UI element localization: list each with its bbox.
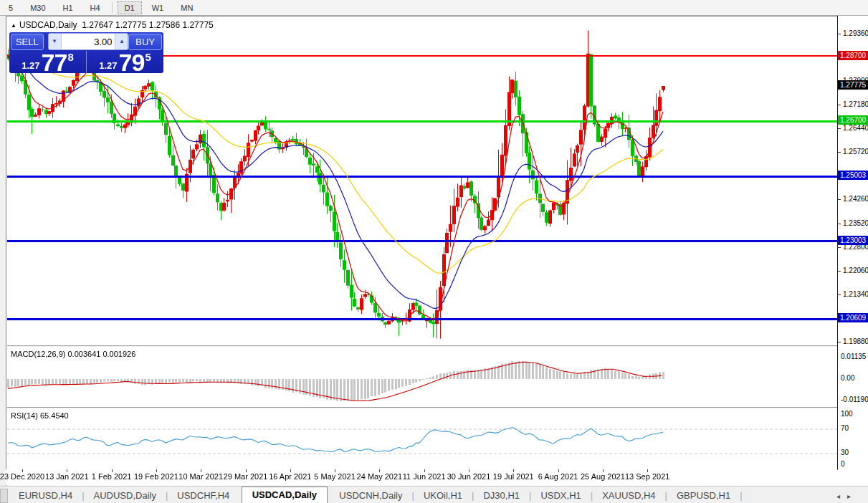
date-axis[interactable]: 23 Dec 202013 Jan 20211 Feb 202119 Feb 2…	[6, 469, 837, 485]
buy-price-area[interactable]: 1.27 79 5	[86, 51, 163, 73]
timeframe-toolbar: 5M30H1H4D1W1MN	[0, 0, 868, 16]
date-label: 10 Mar 2021	[178, 472, 223, 481]
collapse-triangle-icon[interactable]: ▲	[11, 22, 16, 29]
date-label: 13 Sep 2021	[625, 472, 669, 481]
one-click-trading-panel: SELL ▼ ▲ BUY 1.27 77 8 1.27 79 5	[9, 32, 163, 73]
date-label: 19 Feb 2021	[134, 472, 178, 481]
price-badge-1.28700: 1.28700	[838, 51, 868, 60]
date-label: 24 May 2021	[357, 472, 403, 481]
timeframe-button-d1[interactable]: D1	[118, 1, 142, 14]
timeframe-button-5[interactable]: 5	[1, 1, 20, 14]
date-label: 13 Jan 2021	[45, 472, 89, 481]
price-tick	[838, 199, 841, 200]
macd-axis-label: -0.011904	[841, 396, 868, 403]
volume-stepper: ▼ ▲	[48, 33, 129, 50]
sell-price-big: 77	[42, 53, 67, 73]
timeframe-button-h1[interactable]: H1	[56, 1, 80, 14]
buy-button[interactable]: BUY	[128, 34, 162, 50]
timeframe-button-w1[interactable]: W1	[145, 1, 171, 14]
price-tick-label: 1.21340	[843, 290, 868, 298]
date-label: 11 Jun 2021	[403, 472, 446, 481]
rsi-value: 65.4540	[40, 411, 69, 420]
timeframe-button-h4[interactable]: H4	[83, 1, 108, 14]
sell-price-sup: 8	[67, 51, 73, 63]
trade-panel-prices: 1.27 77 8 1.27 79 5	[9, 51, 163, 73]
rsi-axis-label: 70	[841, 424, 849, 432]
rsi-axis-label: 30	[841, 449, 849, 456]
chart-tab-ukoil[interactable]: UKOil,H1	[414, 488, 472, 503]
price-tick	[838, 224, 841, 224]
date-label: 25 Aug 2021	[581, 472, 625, 481]
price-tick-label: 1.22060	[843, 267, 868, 274]
tab-scroll-arrows[interactable]: ◂▸	[836, 492, 858, 503]
date-label: 5 May 2021	[314, 472, 355, 481]
price-tick	[838, 271, 841, 272]
chart-tab-dj30[interactable]: DJ30,H1	[474, 488, 529, 503]
chart-tab-xauusd[interactable]: XAUUSD,H4	[593, 488, 664, 503]
tab-divider: |	[740, 488, 742, 503]
price-badge-1.27775: 1.27775	[838, 80, 868, 90]
macd-indicator-label: MACD(12,26,9) 0.003641 0.001926	[11, 350, 135, 358]
price-tick	[838, 105, 841, 105]
date-label: 29 Mar 2021	[224, 472, 268, 481]
chart-tab-audusd[interactable]: AUDUSD,Daily	[85, 488, 166, 503]
chart-tab-usdchf[interactable]: USDCHF,H4	[168, 488, 239, 503]
volume-decrease-button[interactable]: ▼	[49, 34, 62, 49]
buy-price-small: 1.27	[99, 60, 117, 71]
rsi-indicator-label: RSI(14) 65.4540	[11, 411, 69, 420]
price-tick	[838, 247, 841, 248]
rsi-axis-label: 0	[841, 460, 845, 468]
price-tick-label: 1.26440	[843, 124, 868, 132]
price-tick	[838, 152, 841, 153]
rsi-axis-label: 100	[841, 410, 853, 418]
chart-tab-usdcad[interactable]: USDCAD,Daily	[242, 487, 328, 503]
sell-button[interactable]: SELL	[11, 34, 44, 50]
sell-price-small: 1.27	[22, 60, 39, 71]
trade-panel-top-row: SELL ▼ ▲ BUY	[9, 33, 163, 50]
price-badge-1.20609: 1.20609	[838, 313, 868, 322]
chart-tab-usdcnh[interactable]: USDCNH,Daily	[330, 488, 411, 503]
price-tick-label: 1.19880	[843, 337, 868, 345]
date-label: 1 Feb 2021	[92, 472, 132, 481]
price-tick-label: 1.25720	[843, 148, 868, 155]
chart-tab-eurusd[interactable]: EURUSD,H4	[9, 488, 82, 503]
macd-values: 0.003641 0.001926	[67, 350, 135, 358]
volume-increase-button[interactable]: ▲	[115, 34, 128, 49]
price-badge-1.25003: 1.25003	[838, 171, 868, 180]
mt4-window: 5M30H1H4D1W1MN ▲USDCAD,Daily 1.27647 1.2…	[0, 0, 868, 503]
price-badge-1.26700: 1.26700	[838, 115, 868, 125]
buy-price-big: 79	[119, 53, 145, 73]
chart-tab-gbpusd[interactable]: GBPUSD,H1	[667, 488, 740, 503]
chart-tab-usdx[interactable]: USDX,H1	[531, 488, 590, 503]
price-tick-label: 1.29360	[843, 29, 868, 37]
tab-scroll-stub[interactable]	[0, 489, 8, 503]
price-tick	[838, 294, 841, 295]
chart-tab-bar: EURUSD,H4|AUDUSD,Daily|USDCHF,H4|USDCAD,…	[0, 486, 868, 503]
macd-name: MACD(12,26,9)	[11, 350, 65, 358]
macd-axis-label: 0.01135	[841, 353, 866, 360]
sell-price-area[interactable]: 1.27 77 8	[9, 51, 86, 73]
price-tick	[838, 34, 841, 34]
timeframe-button-m30[interactable]: M30	[23, 1, 52, 14]
date-label: 6 Aug 2021	[538, 472, 578, 481]
date-label: 30 Jun 2021	[447, 472, 491, 481]
volume-input[interactable]	[62, 34, 115, 49]
macd-axis-label: 0.00	[841, 374, 854, 382]
price-tick-label: 1.27180	[843, 100, 868, 108]
price-tick-label: 1.24260	[843, 195, 868, 203]
timeframe-button-mn[interactable]: MN	[173, 1, 200, 14]
price-axis[interactable]: 1.293601.286401.279001.271801.264401.257…	[837, 16, 868, 469]
chart-area: ▲USDCAD,Daily 1.27647 1.27775 1.27586 1.…	[6, 16, 868, 486]
price-badge-1.23003: 1.23003	[838, 236, 868, 245]
chart-ohlc-values: 1.27647 1.27775 1.27586 1.27775	[82, 20, 214, 30]
price-chart-canvas[interactable]	[7, 17, 838, 470]
price-tick	[838, 128, 841, 129]
price-tick	[838, 342, 841, 342]
chart-title: ▲USDCAD,Daily 1.27647 1.27775 1.27586 1.…	[11, 20, 214, 30]
date-label: 19 Jul 2021	[493, 472, 534, 481]
date-label: 23 Dec 2020	[0, 472, 44, 481]
price-tick-label: 1.23520	[843, 219, 868, 227]
buy-price-sup: 5	[145, 51, 151, 63]
chart-symbol-period: USDCAD,Daily	[19, 20, 77, 30]
date-label: 16 Apr 2021	[269, 472, 311, 481]
